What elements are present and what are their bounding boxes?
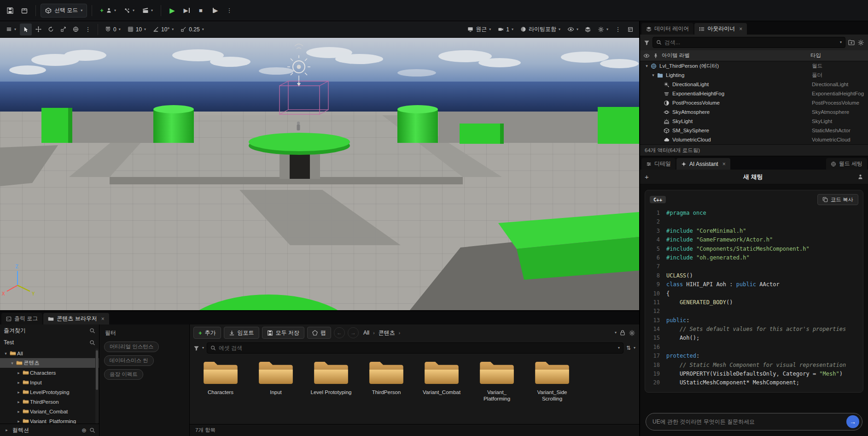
tree-item[interactable]: ▸LevelPrototyping: [0, 387, 99, 397]
viewport-scene[interactable]: Z X Y: [0, 38, 639, 310]
chevron-down-icon[interactable]: ▾: [634, 346, 635, 350]
outliner-row[interactable]: SM_SkySphereStaticMeshActor: [640, 126, 868, 135]
search-icon[interactable]: [89, 427, 95, 433]
asset-search-field[interactable]: [219, 345, 615, 351]
add-actor-dropdown[interactable]: + ▾: [97, 4, 119, 18]
favorites-header[interactable]: 즐겨찾기: [0, 324, 99, 336]
visibility-column-eye-icon[interactable]: [643, 53, 650, 59]
breadcrumb-content[interactable]: 콘텐츠: [379, 329, 395, 337]
tab-ai-assistant[interactable]: AI Assistant ×: [676, 158, 730, 170]
collections-expand-arrow[interactable]: ▸: [4, 428, 10, 432]
tab-output-log[interactable]: 출력 로그: [1, 313, 42, 324]
close-tab-icon[interactable]: ×: [101, 316, 105, 322]
tree-item[interactable]: ▸ThirdPerson: [0, 397, 99, 407]
expand-arrow[interactable]: ▸: [16, 390, 22, 395]
outliner-row[interactable]: SkyLightSkyLight: [640, 117, 868, 126]
filter-chip[interactable]: 데이터스미스 씬: [104, 355, 154, 366]
folder-tile[interactable]: Variant_Side Scrolling: [525, 359, 579, 402]
transform-kebab-menu[interactable]: ⋮: [82, 24, 94, 35]
expand-arrow[interactable]: ▾: [644, 64, 650, 68]
expand-arrow[interactable]: ▸: [16, 371, 22, 375]
tree-item[interactable]: ▸Variant_Combat: [0, 407, 99, 416]
view-mode-dropdown[interactable]: 라이팅포함 ▾: [517, 24, 564, 35]
filter-chip[interactable]: 음장 이펙트: [104, 369, 143, 380]
skip-frame-button[interactable]: ▶: [180, 4, 193, 18]
rotate-tool-button[interactable]: [45, 24, 57, 35]
close-tab-icon[interactable]: ×: [739, 26, 742, 32]
collections-bar[interactable]: ▸ 컬렉션 ⊕: [0, 424, 99, 436]
project-assets-button[interactable]: [18, 4, 31, 18]
tree-item[interactable]: ▾콘텐츠: [0, 358, 99, 368]
close-tab-icon[interactable]: ×: [722, 161, 726, 167]
search-icon[interactable]: [89, 340, 95, 346]
expand-arrow[interactable]: ▸: [16, 419, 22, 424]
folder-tile[interactable]: ThirdPerson: [359, 359, 414, 395]
search-icon[interactable]: [89, 328, 95, 334]
outliner-row[interactable]: ▾Lighting폴더: [640, 71, 868, 80]
tree-item[interactable]: ▸Characters: [0, 368, 99, 377]
tab-details[interactable]: 디테일: [641, 158, 676, 170]
import-button[interactable]: 임포트: [224, 327, 259, 339]
game-view-button[interactable]: [582, 24, 594, 35]
filter-funnel-icon[interactable]: [193, 345, 199, 351]
new-folder-icon[interactable]: [848, 39, 855, 46]
scale-tool-button[interactable]: [57, 24, 69, 35]
tree-scrollbar[interactable]: [95, 348, 99, 424]
outliner-settings-gear-icon[interactable]: [857, 39, 864, 46]
ai-question-field[interactable]: [652, 418, 843, 425]
expand-arrow[interactable]: ▸: [16, 400, 22, 404]
outliner-row[interactable]: ▾Lvl_ThirdPerson (에디터)월드: [640, 61, 868, 71]
editor-mode-dropdown[interactable]: 선택 모드 ▾: [41, 4, 87, 18]
filter-chip[interactable]: 머티리얼 인스턴스: [104, 342, 159, 352]
settings-gear-icon[interactable]: [629, 330, 635, 336]
expand-arrow[interactable]: ▸: [16, 409, 22, 414]
send-button[interactable]: →: [846, 415, 859, 428]
play-modes-button[interactable]: ▶: [209, 4, 221, 18]
asset-search-input[interactable]: ▾: [207, 342, 623, 354]
scale-snap-dropdown[interactable]: 0.25 ▾: [177, 24, 207, 35]
select-tool-button[interactable]: [20, 24, 32, 35]
path-dropdown-chevron[interactable]: ▾: [615, 331, 617, 335]
outliner-search-input[interactable]: ▾: [652, 37, 845, 48]
blueprints-dropdown[interactable]: ▾: [121, 4, 138, 18]
expand-arrow[interactable]: ▾: [650, 73, 656, 77]
project-header[interactable]: Test: [0, 336, 99, 348]
tree-scrollbar-thumb[interactable]: [96, 350, 98, 390]
world-local-toggle[interactable]: [70, 24, 82, 35]
folder-tile[interactable]: Input: [249, 359, 303, 395]
outliner-search-field[interactable]: [664, 39, 837, 46]
outliner-row[interactable]: DirectionalLightDirectionalLight: [640, 80, 868, 89]
folder-tile[interactable]: Level Prototyping: [304, 359, 358, 395]
folder-tile[interactable]: Characters: [193, 359, 248, 395]
outliner-row[interactable]: VolumetricCloudVolumetricCloud: [640, 135, 868, 144]
save-button[interactable]: [4, 4, 17, 18]
expand-arrow[interactable]: ▾: [9, 361, 15, 365]
expand-arrow[interactable]: ▾: [3, 351, 9, 356]
tree-item[interactable]: ▸Input: [0, 377, 99, 387]
rotation-snap-dropdown[interactable]: 10° ▾: [150, 24, 177, 35]
folder-tile[interactable]: Variant_ Platforming: [470, 359, 524, 402]
filter-funnel-icon[interactable]: [644, 40, 650, 46]
viewport-settings-dropdown[interactable]: ▾: [594, 24, 612, 35]
play-button[interactable]: ▶: [166, 4, 179, 18]
outliner-row[interactable]: PostProcessVolumePostProcessVolume: [640, 98, 868, 107]
expand-arrow[interactable]: ▸: [16, 380, 22, 385]
viewport-kebab-menu[interactable]: ⋮: [612, 24, 624, 35]
tree-item[interactable]: ▾All: [0, 348, 99, 358]
fab-button[interactable]: 팹: [307, 327, 331, 339]
play-options-kebab-menu[interactable]: ⋮: [223, 4, 236, 18]
pin-column-icon[interactable]: [653, 53, 658, 59]
breadcrumb-all[interactable]: All: [363, 330, 369, 336]
show-flags-dropdown[interactable]: ▾: [564, 24, 582, 35]
tab-outliner[interactable]: 아웃라이너 ×: [694, 23, 747, 35]
add-asset-button[interactable]: + 추가: [193, 327, 221, 339]
viewport-options-menu[interactable]: ▾: [3, 24, 19, 35]
maximize-viewport-button[interactable]: [624, 24, 636, 35]
tab-content-browser[interactable]: 콘텐츠 브라우저 ×: [43, 313, 109, 324]
profile-person-icon[interactable]: [857, 174, 863, 180]
grid-snap-dropdown[interactable]: 10 ▾: [124, 24, 149, 35]
surface-snap-dropdown[interactable]: 0 ▾: [102, 24, 124, 35]
item-label-column-header[interactable]: 아이템 라벨: [662, 52, 807, 59]
outliner-row[interactable]: SkyAtmosphereSkyAtmosphere: [640, 107, 868, 117]
stop-button[interactable]: ■: [194, 4, 207, 18]
